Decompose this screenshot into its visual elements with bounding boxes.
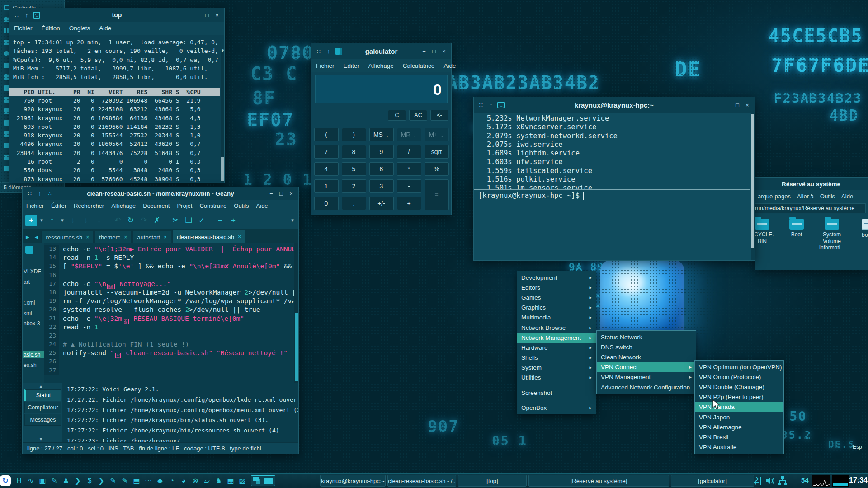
root-menu-item[interactable]: Shells▸ — [517, 353, 596, 363]
network-connections-icon[interactable] — [777, 475, 788, 486]
shade-icon[interactable]: ↑ — [36, 190, 43, 197]
calc-button[interactable]: * — [397, 162, 421, 176]
vpn-menu-item[interactable]: VPN Canada — [695, 402, 783, 412]
calc-button[interactable]: 4 — [314, 162, 339, 176]
paintbrush-icon[interactable]: ✎ — [48, 475, 60, 487]
close-button[interactable]: × — [744, 102, 751, 108]
calc-button[interactable]: 5 — [342, 162, 366, 176]
workspace-pager[interactable] — [251, 475, 275, 486]
titlebar[interactable]: ∷ ↑ ›_ kraynux@kraynux-hpc:~ − □ × — [474, 97, 755, 113]
menu-item[interactable]: Calculatrice — [398, 62, 439, 69]
file-item[interactable]: Boot — [781, 219, 812, 238]
unindent-icon[interactable]: − — [214, 215, 226, 226]
calc-button[interactable]: ( — [314, 128, 339, 141]
root-menu-item[interactable]: Games▸ — [517, 292, 596, 302]
taskbar-window-button[interactable]: [clean-reseau-basic.sh - /... — [387, 475, 456, 487]
menu-item[interactable]: Édition — [37, 25, 65, 32]
sidebar-document-item[interactable]: asic.sh — [23, 351, 44, 358]
titlebar[interactable]: ∷ ↑ galculator − □ × — [311, 43, 451, 59]
tab-close-icon[interactable]: × — [124, 234, 127, 240]
notes-icon[interactable]: ▤ — [131, 475, 142, 487]
copy-icon[interactable]: ❏ — [183, 215, 194, 226]
network-menu-item[interactable]: Advanced Network Configuration — [597, 382, 696, 392]
network-menu-item[interactable]: VPN Connect▸ — [597, 362, 696, 372]
close-button[interactable]: × — [440, 48, 448, 55]
network-menu-item[interactable]: DNS switch — [597, 342, 696, 352]
menu-item[interactable]: Aide — [94, 25, 116, 32]
calc-button[interactable]: 0 — [314, 197, 339, 210]
sidebar-document-item[interactable]: xml — [23, 310, 44, 317]
new-file-icon[interactable]: + — [25, 215, 37, 226]
menu-item[interactable]: Aide — [253, 202, 272, 209]
root-menu-item[interactable]: Utilities▸ — [517, 373, 596, 383]
close-button[interactable]: × — [213, 12, 221, 19]
tab-scroll-next-icon[interactable]: ▶ — [24, 235, 32, 243]
network-menu-item[interactable]: Clean Network — [597, 352, 696, 362]
root-menu-item[interactable]: Graphics▸ — [517, 303, 596, 313]
tab-close-icon[interactable]: × — [238, 234, 241, 240]
save-as-icon[interactable]: ↓ — [67, 215, 79, 226]
path-field[interactable]: run/media/kraynux/Réservé au système — [755, 203, 866, 213]
persona-icon[interactable]: ♞ — [213, 475, 225, 487]
menu-item[interactable]: Editer — [339, 62, 364, 69]
titlebar[interactable]: Réservé au système — [755, 178, 868, 190]
calc-button[interactable]: 2 — [342, 179, 366, 193]
network-menu-item[interactable]: VPN Management▸ — [597, 372, 696, 382]
vpn-menu-item[interactable]: VPN Australie — [695, 442, 783, 452]
calculator-icon[interactable]: ▦ — [225, 475, 236, 487]
sidebar-document-item[interactable]: :.xml — [23, 299, 44, 306]
menu-item[interactable]: Projet — [173, 202, 196, 209]
terminal-output[interactable]: 5.232s NetworkManager.service 5.172s x0v… — [474, 113, 755, 260]
root-menu-item[interactable]: Screenshot — [517, 388, 596, 398]
menu-item[interactable]: Affichage — [108, 202, 139, 209]
titlebar[interactable]: ∷ ↑ ∴ clean-reseau-basic.sh - /home/kray… — [23, 187, 298, 200]
taskbar-window-button[interactable]: [Réservé au système] — [528, 475, 669, 487]
root-menu-item[interactable]: Editors▸ — [517, 282, 596, 292]
scroll-up-icon[interactable]: ▲ — [39, 384, 43, 389]
sidebar-document-item[interactable]: nbox-3 — [23, 320, 44, 327]
display-settings-icon[interactable]: ▣ — [37, 475, 48, 487]
check-syntax-icon[interactable]: ✓ — [196, 215, 208, 226]
root-menu-item[interactable]: Multimedia▸ — [517, 313, 596, 323]
firefox-browser-icon[interactable]: ◕ — [178, 475, 189, 487]
calc-button[interactable]: - — [397, 179, 421, 193]
calc-button[interactable]: MR⌄ — [397, 128, 421, 141]
network-menu-item[interactable]: Status Network — [597, 332, 696, 342]
toolbar-more-icon[interactable]: ▾ — [289, 215, 296, 226]
menu-item[interactable]: Affichage — [364, 62, 398, 69]
revert-icon[interactable]: ↻ — [125, 215, 137, 226]
vpn-menu-item[interactable]: VPN Double (Chainage) — [695, 382, 783, 392]
scrollbar[interactable] — [294, 243, 298, 383]
save-icon[interactable]: ↑ — [46, 215, 58, 226]
file-item[interactable]: boot — [851, 219, 868, 239]
maximize-button[interactable]: □ — [734, 102, 741, 108]
monitor-pulse-icon[interactable]: ∿ — [25, 475, 37, 487]
cut-icon[interactable]: ✂ — [170, 215, 181, 226]
falcon-browser-icon[interactable]: ◆ — [154, 475, 166, 487]
minimize-button[interactable]: − — [193, 12, 201, 19]
editor-tab[interactable]: clean-reseau-basic.sh× — [172, 230, 245, 243]
minimize-button[interactable]: − — [268, 190, 275, 197]
maximize-button[interactable]: □ — [278, 190, 285, 197]
scrollbar[interactable] — [221, 52, 224, 182]
users-icon[interactable]: ♟ — [60, 475, 72, 487]
calc-button[interactable]: 6 — [369, 162, 394, 176]
h-app-icon[interactable]: Ħ — [13, 475, 25, 487]
shade-icon[interactable]: ↑ — [23, 12, 30, 19]
menu-item[interactable]: Document — [139, 202, 173, 209]
root-menu-item[interactable]: Development▸ — [517, 272, 596, 282]
calc-button[interactable]: 8 — [342, 145, 366, 159]
menu-item[interactable]: Fichier — [23, 202, 47, 209]
maximize-button[interactable]: □ — [203, 12, 211, 19]
menu-item[interactable]: Onglets — [65, 25, 95, 32]
calc-button[interactable]: 3 — [369, 179, 394, 193]
vpn-menu-item[interactable]: VPN Allemagne — [695, 422, 783, 432]
network-monitor-widget[interactable] — [832, 475, 849, 487]
shade-icon[interactable]: ↑ — [325, 48, 332, 55]
root-menu-item[interactable]: Network Management▸ — [517, 333, 596, 343]
calc-button[interactable]: = — [425, 179, 449, 210]
menu-item[interactable]: Fichier — [9, 25, 37, 32]
menu-item[interactable]: Aller à — [794, 193, 817, 200]
menu-item[interactable]: Outils — [817, 193, 838, 200]
save-dropdown-icon[interactable]: ▾ — [59, 215, 66, 226]
